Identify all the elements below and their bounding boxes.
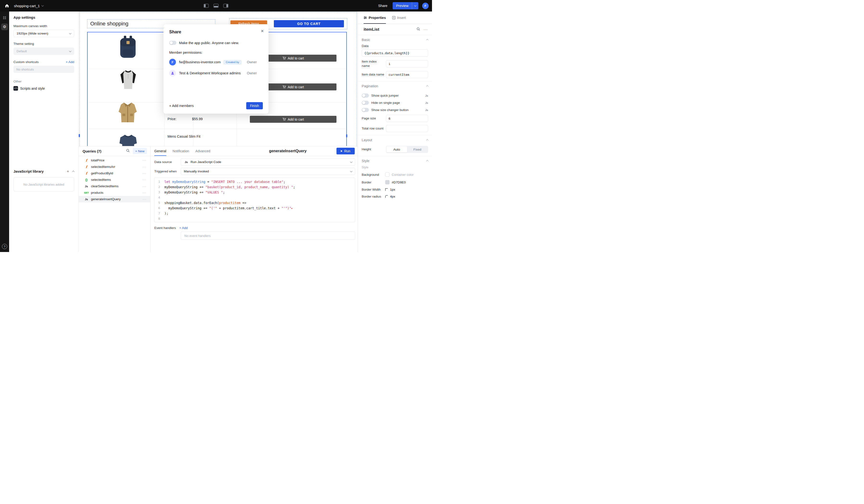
add-members-button[interactable]: + Add members xyxy=(169,104,194,108)
query-item[interactable]: Js clearSelectedItems ··· xyxy=(79,183,150,189)
javascript-icon: Js xyxy=(84,185,89,188)
transformer-icon: f xyxy=(84,171,89,175)
theme-setting-select[interactable]: Default xyxy=(13,48,74,55)
query-item[interactable]: f selectedItemsArr ··· xyxy=(79,163,150,170)
search-icon[interactable] xyxy=(126,149,130,153)
section-title: Layout xyxy=(362,138,372,142)
rest-get-icon: GET xyxy=(84,191,89,195)
toggle-left-panel-icon[interactable] xyxy=(204,4,209,8)
state-icon: {} xyxy=(84,178,89,182)
add-shortcut-button[interactable]: + Add xyxy=(66,60,74,64)
toggle-bottom-panel-icon[interactable] xyxy=(214,4,219,8)
height-option-auto[interactable]: Auto xyxy=(386,146,407,152)
query-name: products xyxy=(91,191,104,195)
javascript-icon[interactable]: Js xyxy=(425,94,428,97)
query-item[interactable]: GET products ··· xyxy=(79,189,150,196)
tab-advanced[interactable]: Advanced xyxy=(195,146,210,156)
finish-button[interactable]: Finish xyxy=(246,102,263,109)
go-to-cart-button[interactable]: GO TO CART xyxy=(274,20,344,27)
border-width-label: Border Width xyxy=(362,188,385,191)
component-tree-icon[interactable] xyxy=(1,14,8,21)
app-name-menu[interactable]: shopping-cart_1 xyxy=(14,4,44,8)
share-button[interactable]: Share xyxy=(377,3,389,8)
member-role[interactable]: Owner xyxy=(247,71,257,75)
query-item[interactable]: f getProductById ··· xyxy=(79,170,150,176)
triggered-when-select[interactable]: Manually invoked xyxy=(181,168,355,175)
more-icon[interactable]: ··· xyxy=(143,178,146,182)
help-button[interactable]: ? xyxy=(2,244,7,249)
background-color-swatch[interactable] xyxy=(385,172,389,177)
javascript-icon[interactable]: Js xyxy=(425,109,428,111)
toggle-right-panel-icon[interactable] xyxy=(224,4,228,8)
height-option-fixed[interactable]: Fixed xyxy=(407,146,428,152)
more-icon[interactable]: ··· xyxy=(143,159,146,162)
section-basic-header[interactable]: Basic xyxy=(362,36,428,44)
section-layout-header[interactable]: Layout xyxy=(362,136,428,144)
javascript-icon[interactable]: Js xyxy=(425,101,428,104)
border-width-value[interactable]: 1px xyxy=(390,188,395,191)
app-name: shopping-cart_1 xyxy=(14,4,40,8)
more-icon[interactable]: ··· xyxy=(143,197,146,201)
avatar[interactable]: F xyxy=(422,3,429,9)
toggle-label: Show quick jumper xyxy=(371,94,399,97)
show-size-changer-toggle[interactable] xyxy=(362,108,369,112)
more-icon[interactable]: ··· xyxy=(143,171,146,175)
component-name: itemList xyxy=(363,27,379,32)
theme-setting-label: Theme setting xyxy=(13,42,74,46)
tab-general[interactable]: General xyxy=(154,146,166,156)
settings-rail-item[interactable]: ⚙ xyxy=(1,24,8,30)
bottom-panel: Queries (7) + New f totalPrice ··· f sel… xyxy=(79,146,358,252)
code-editor[interactable]: 12345678 let myDemoQueryString = "INSERT… xyxy=(154,178,355,222)
data-input[interactable]: {{products.data.length}} xyxy=(362,49,428,57)
query-editor-title: generateInsertQuery xyxy=(269,149,307,153)
total-row-count-input[interactable] xyxy=(386,125,428,132)
show-quick-jumper-toggle[interactable] xyxy=(362,94,369,98)
new-query-button[interactable]: + New xyxy=(133,148,147,154)
section-style-header[interactable]: Style xyxy=(362,157,428,165)
scripts-and-style-item[interactable]: </> Scripts and style xyxy=(13,86,74,91)
query-item[interactable]: {} selectedItems ··· xyxy=(79,176,150,183)
code-lines[interactable]: let myDemoQueryString = "INSERT INTO ...… xyxy=(162,178,355,222)
canvas-resize-handle-left[interactable] xyxy=(79,134,80,137)
add-js-library-icon[interactable]: + xyxy=(67,169,69,173)
item-index-input[interactable]: i xyxy=(386,60,428,67)
more-icon[interactable]: ··· xyxy=(424,27,428,32)
preview-dropdown[interactable] xyxy=(412,2,418,9)
list-resize-handle-right[interactable] xyxy=(346,134,347,137)
theme-setting-value: Default xyxy=(16,49,27,53)
chevron-down-icon xyxy=(350,170,352,172)
data-source-select[interactable]: Js Run JavaScript Code xyxy=(181,159,355,165)
max-canvas-width-select[interactable]: 1920px (Wide screen) xyxy=(13,30,74,37)
tab-insert[interactable]: Insert xyxy=(392,12,406,24)
tab-properties[interactable]: Properties xyxy=(363,12,386,24)
preview-button[interactable]: Preview xyxy=(393,2,418,9)
product-title: Mens Casual Slim Fit xyxy=(168,135,200,138)
canvas-title: Online shopping xyxy=(90,21,128,27)
more-icon[interactable]: ··· xyxy=(143,191,146,195)
border-radius-value[interactable]: 4px xyxy=(390,195,395,198)
member-role[interactable]: Owner xyxy=(247,60,257,64)
no-shortcuts-placeholder: No shortcuts xyxy=(13,66,74,73)
collapse-icon[interactable] xyxy=(72,171,75,173)
hide-on-single-page-toggle[interactable] xyxy=(362,101,369,105)
query-item-selected[interactable]: Js generateInsertQuery ··· xyxy=(79,196,150,202)
tab-notification[interactable]: Notification xyxy=(172,146,189,156)
close-icon[interactable]: × xyxy=(261,28,264,34)
border-radius-label: Border radius xyxy=(362,195,385,198)
more-icon[interactable]: ··· xyxy=(143,184,146,188)
member-name: fw@business-inventor.com xyxy=(179,60,220,64)
section-pagination-header[interactable]: Pagination xyxy=(362,82,428,90)
add-to-cart-button[interactable]: Add to cart xyxy=(250,116,336,123)
query-item[interactable]: f totalPrice ··· xyxy=(79,157,150,163)
border-color-swatch[interactable] xyxy=(385,180,389,184)
add-event-handler-button[interactable]: + Add xyxy=(179,226,188,230)
javascript-icon: Js xyxy=(84,198,89,201)
home-button[interactable] xyxy=(3,2,11,9)
page-size-input[interactable]: 6 xyxy=(386,115,428,122)
make-public-toggle[interactable] xyxy=(169,41,176,45)
border-label: Border xyxy=(362,181,385,184)
more-icon[interactable]: ··· xyxy=(143,165,146,169)
item-data-input[interactable]: currentItem xyxy=(386,71,428,78)
run-button[interactable]: Run xyxy=(336,148,355,155)
search-icon[interactable] xyxy=(416,27,420,32)
